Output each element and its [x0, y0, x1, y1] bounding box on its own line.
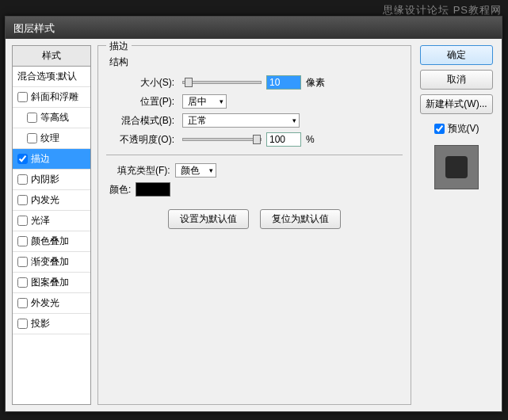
- styles-list: 样式 混合选项:默认 斜面和浮雕等高线纹理描边内阴影内发光光泽颜色叠加渐变叠加图…: [12, 45, 91, 405]
- preview-box: [434, 145, 479, 189]
- style-label: 等高线: [40, 111, 69, 124]
- preview-checkbox[interactable]: [434, 124, 445, 134]
- size-label: 大小(S):: [106, 76, 178, 90]
- style-checkbox[interactable]: [17, 319, 28, 329]
- style-checkbox[interactable]: [27, 113, 37, 123]
- color-label: 颜色:: [109, 183, 131, 197]
- style-label: 内阴影: [31, 173, 59, 186]
- blend-mode-select[interactable]: 正常: [182, 113, 300, 128]
- cancel-button[interactable]: 取消: [420, 70, 493, 90]
- color-swatch[interactable]: [136, 182, 170, 197]
- opacity-unit: %: [306, 134, 315, 145]
- style-label: 图案叠加: [31, 276, 69, 289]
- style-checkbox[interactable]: [17, 216, 28, 226]
- preview-checkbox-row[interactable]: 预览(V): [434, 122, 479, 136]
- preview-label: 预览(V): [448, 122, 479, 136]
- position-select[interactable]: 居中: [182, 94, 227, 109]
- style-label: 描边: [31, 152, 50, 166]
- style-checkbox[interactable]: [17, 277, 28, 288]
- opacity-input[interactable]: [266, 132, 301, 147]
- preview-swatch: [445, 156, 468, 178]
- style-label: 内发光: [31, 193, 59, 207]
- set-default-button[interactable]: 设置为默认值: [168, 209, 249, 229]
- style-label: 投影: [31, 317, 50, 330]
- style-row-10[interactable]: 外发光: [13, 293, 90, 314]
- opacity-label: 不透明度(O):: [106, 133, 178, 147]
- style-row-1[interactable]: 等高线: [13, 108, 90, 128]
- style-checkbox[interactable]: [27, 133, 37, 143]
- style-label: 渐变叠加: [31, 255, 69, 269]
- opacity-slider[interactable]: [182, 138, 262, 141]
- blending-options-row[interactable]: 混合选项:默认: [13, 67, 90, 87]
- structure-legend: 结构: [109, 55, 403, 69]
- style-row-4[interactable]: 内阴影: [13, 170, 90, 190]
- style-checkbox[interactable]: [17, 154, 28, 164]
- style-row-5[interactable]: 内发光: [13, 190, 90, 211]
- size-slider[interactable]: [182, 81, 262, 84]
- stroke-fieldset: 描边 结构 大小(S): 像素 位置(P): 居中 混合模式(: [97, 45, 411, 405]
- style-checkbox[interactable]: [17, 236, 28, 246]
- styles-header[interactable]: 样式: [13, 46, 90, 67]
- fill-fieldset: 填充类型(F): 颜色 颜色:: [106, 155, 403, 204]
- style-checkbox[interactable]: [17, 195, 28, 205]
- main-panel: 描边 结构 大小(S): 像素 位置(P): 居中 混合模式(: [97, 45, 411, 405]
- style-row-8[interactable]: 渐变叠加: [13, 252, 90, 273]
- style-label: 外发光: [31, 296, 59, 310]
- style-checkbox[interactable]: [17, 298, 28, 308]
- style-row-2[interactable]: 纹理: [13, 128, 90, 149]
- style-row-7[interactable]: 颜色叠加: [13, 231, 90, 252]
- style-label: 斜面和浮雕: [31, 90, 78, 104]
- style-row-11[interactable]: 投影: [13, 314, 90, 334]
- reset-default-button[interactable]: 复位为默认值: [260, 209, 341, 229]
- style-label: 颜色叠加: [31, 235, 69, 248]
- style-row-9[interactable]: 图案叠加: [13, 273, 90, 293]
- right-panel: 确定 取消 新建样式(W)... 预览(V): [418, 45, 495, 405]
- size-input[interactable]: [266, 75, 301, 90]
- style-checkbox[interactable]: [17, 257, 28, 267]
- new-style-button[interactable]: 新建样式(W)...: [420, 94, 493, 114]
- position-label: 位置(P):: [106, 95, 178, 109]
- style-row-0[interactable]: 斜面和浮雕: [13, 87, 90, 108]
- style-checkbox[interactable]: [17, 92, 28, 102]
- ok-button[interactable]: 确定: [420, 45, 493, 65]
- dialog-title: 图层样式: [6, 17, 502, 39]
- blend-mode-label: 混合模式(B):: [106, 114, 178, 128]
- style-label: 光泽: [31, 214, 50, 227]
- stroke-legend: 描边: [106, 40, 132, 53]
- size-unit: 像素: [306, 76, 325, 90]
- style-row-6[interactable]: 光泽: [13, 211, 90, 231]
- style-label: 纹理: [40, 132, 59, 145]
- style-row-3[interactable]: 描边: [13, 149, 90, 170]
- style-checkbox[interactable]: [17, 174, 28, 185]
- layer-style-dialog: 图层样式 样式 混合选项:默认 斜面和浮雕等高线纹理描边内阴影内发光光泽颜色叠加…: [5, 16, 502, 412]
- fill-type-select[interactable]: 颜色: [175, 163, 216, 178]
- fill-type-label: 填充类型(F):: [109, 164, 170, 178]
